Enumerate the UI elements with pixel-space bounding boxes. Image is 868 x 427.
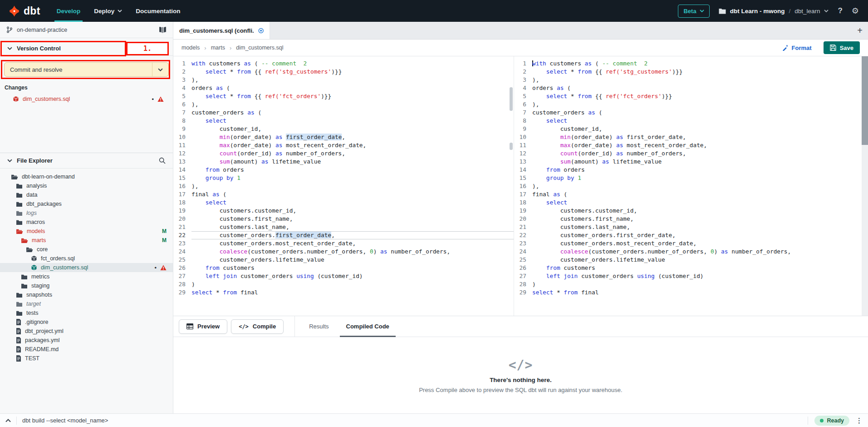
format-button[interactable]: Format xyxy=(780,44,814,52)
code-line-10[interactable]: 10 min(order_date) as first_order_date, xyxy=(514,133,862,141)
tree-item-analysis[interactable]: analysis xyxy=(0,181,173,190)
tree-item-core[interactable]: core xyxy=(0,245,173,254)
code-line-9[interactable]: 9 customer_id, xyxy=(514,125,862,133)
code-line-11[interactable]: 11 max(order_date) as most_recent_order_… xyxy=(173,141,514,149)
code-line-22[interactable]: 22 customer_orders.first_order_date, xyxy=(514,231,862,239)
code-line-7[interactable]: 7customer_orders as ( xyxy=(514,109,862,117)
code-line-28[interactable]: 28) xyxy=(514,280,862,288)
code-line-25[interactable]: 25 customer_orders.lifetime_value xyxy=(514,256,862,264)
new-tab-button[interactable]: + xyxy=(857,22,863,39)
tree-item-dbt_packages[interactable]: dbt_packages xyxy=(0,199,173,209)
editor-scrollbar[interactable] xyxy=(862,56,868,316)
nav-item-documentation[interactable]: Documentation xyxy=(136,0,180,22)
code-line-27[interactable]: 27 left join customer_orders using (cust… xyxy=(514,272,862,280)
code-line-15[interactable]: 15 group by 1 xyxy=(514,174,862,182)
command-input[interactable]: dbt build --select <model_name> xyxy=(22,417,108,424)
tab-compiled-code[interactable]: Compiled Code xyxy=(338,316,398,337)
tree-item-dbt-learn-on-demand[interactable]: dbt-learn-on-demand xyxy=(0,172,173,181)
version-control-header[interactable]: Version Control xyxy=(0,41,173,56)
tree-item-dbt_project.yml[interactable]: dbt_project.yml xyxy=(0,327,173,336)
commit-dropdown-toggle[interactable] xyxy=(152,63,168,76)
code-line-17[interactable]: 17final as ( xyxy=(514,190,862,199)
code-line-4[interactable]: 4orders as ( xyxy=(514,84,862,92)
code-line-29[interactable]: 29select * from final xyxy=(514,288,862,297)
dbt-logo[interactable]: dbt xyxy=(8,5,40,17)
tree-item-data[interactable]: data xyxy=(0,190,173,199)
code-line-11[interactable]: 11 max(order_date) as most_recent_order_… xyxy=(514,141,862,149)
tab-results[interactable]: Results xyxy=(300,316,337,337)
beta-dropdown[interactable]: Beta xyxy=(678,5,709,18)
code-line-18[interactable]: 18 select xyxy=(514,199,862,207)
search-icon[interactable] xyxy=(159,157,166,164)
code-line-19[interactable]: 19 customers.customer_id, xyxy=(173,207,514,215)
code-line-12[interactable]: 12 count(order_id) as number_of_orders, xyxy=(514,149,862,158)
code-line-28[interactable]: 28) xyxy=(173,280,514,288)
breadcrumb-item-models[interactable]: models xyxy=(181,45,200,51)
code-line-21[interactable]: 21 customers.last_name, xyxy=(173,223,514,231)
code-line-1[interactable]: 1with customers as ( -- comment 2 xyxy=(514,60,862,68)
code-pane-left[interactable]: 1with customers as ( -- comment 22 selec… xyxy=(173,56,514,316)
code-line-7[interactable]: 7customer_orders as ( xyxy=(173,109,514,117)
tree-item-tests[interactable]: tests xyxy=(0,308,173,318)
changed-file-row[interactable]: dim_customers.sql • xyxy=(4,94,169,104)
breadcrumb-item-dim_customers.sql[interactable]: dim_customers.sql xyxy=(236,45,283,51)
code-line-13[interactable]: 13 sum(amount) as lifetime_value xyxy=(514,158,862,166)
code-line-22[interactable]: 22 customer_orders.first_order_date, xyxy=(173,231,514,239)
code-line-1[interactable]: 1with customers as ( -- comment 2 xyxy=(173,60,514,68)
code-line-8[interactable]: 8 select xyxy=(173,117,514,125)
code-line-29[interactable]: 29select * from final xyxy=(173,288,514,297)
code-line-9[interactable]: 9 customer_id, xyxy=(173,125,514,133)
nav-item-deploy[interactable]: Deploy xyxy=(94,0,122,22)
code-line-14[interactable]: 14 from orders xyxy=(173,166,514,174)
commit-and-resolve-button[interactable]: Commit and resolve xyxy=(4,62,169,77)
code-line-8[interactable]: 8 select xyxy=(514,117,862,125)
code-line-16[interactable]: 16), xyxy=(173,182,514,190)
code-line-10[interactable]: 10 min(order_date) as first_order_date, xyxy=(173,133,514,141)
code-line-21[interactable]: 21 customers.last_name, xyxy=(514,223,862,231)
code-line-14[interactable]: 14 from orders xyxy=(514,166,862,174)
code-line-19[interactable]: 19 customers.customer_id, xyxy=(514,207,862,215)
code-line-20[interactable]: 20 customers.first_name, xyxy=(173,215,514,223)
tree-item-staging[interactable]: staging xyxy=(0,281,173,290)
tree-item-fct_orders.sql[interactable]: fct_orders.sql xyxy=(0,254,173,263)
tree-item-logs[interactable]: logs xyxy=(0,209,173,218)
code-line-26[interactable]: 26 from customers xyxy=(514,264,862,272)
code-line-6[interactable]: 6), xyxy=(514,100,862,109)
tree-item-target[interactable]: target xyxy=(0,299,173,308)
code-line-2[interactable]: 2 select * from {{ ref('stg_customers')}… xyxy=(514,68,862,76)
tree-item-macros[interactable]: macros xyxy=(0,218,173,227)
code-line-3[interactable]: 3), xyxy=(173,76,514,84)
help-icon[interactable]: ? xyxy=(838,6,842,15)
code-line-23[interactable]: 23 customer_orders.most_recent_order_dat… xyxy=(514,239,862,248)
preview-button[interactable]: Preview xyxy=(179,319,227,334)
tree-item-dim_customers.sql[interactable]: dim_customers.sql• xyxy=(0,263,173,272)
git-branch-row[interactable]: on-demand-practice xyxy=(0,22,173,38)
code-line-5[interactable]: 5 select * from {{ ref('fct_orders')}} xyxy=(173,92,514,100)
pane-scrollbar-thumb[interactable] xyxy=(510,87,513,111)
code-line-15[interactable]: 15 group by 1 xyxy=(173,174,514,182)
code-line-16[interactable]: 16), xyxy=(514,182,862,190)
file-explorer-header[interactable]: File Explorer xyxy=(0,153,173,169)
project-environment-switcher[interactable]: dbt Learn - mwong / dbt_learn xyxy=(719,8,829,15)
tree-item-TEST[interactable]: TEST xyxy=(0,354,173,363)
code-line-27[interactable]: 27 left join customer_orders using (cust… xyxy=(173,272,514,280)
tree-item-snapshots[interactable]: snapshots xyxy=(0,290,173,299)
code-line-24[interactable]: 24 coalesce(customer_orders.number_of_or… xyxy=(514,248,862,256)
nav-item-develop[interactable]: Develop xyxy=(57,0,81,22)
editor-scrollbar-thumb[interactable] xyxy=(862,56,868,145)
code-line-2[interactable]: 2 select * from {{ ref('stg_customers')}… xyxy=(173,68,514,76)
tree-item-models[interactable]: modelsM xyxy=(0,227,173,236)
tree-item-packages.yml[interactable]: packages.yml xyxy=(0,336,173,345)
code-pane-right[interactable]: 1with customers as ( -- comment 22 selec… xyxy=(514,56,862,316)
code-line-17[interactable]: 17final as ( xyxy=(173,190,514,199)
code-line-25[interactable]: 25 customer_orders.lifetime_value xyxy=(173,256,514,264)
compile-button[interactable]: </> Compile xyxy=(231,319,284,334)
gear-icon[interactable]: ⚙ xyxy=(852,7,859,15)
code-line-26[interactable]: 26 from customers xyxy=(173,264,514,272)
code-line-18[interactable]: 18 select xyxy=(173,199,514,207)
code-line-5[interactable]: 5 select * from {{ ref('fct_orders')}} xyxy=(514,92,862,100)
tree-item-marts[interactable]: martsM xyxy=(0,236,173,245)
code-line-24[interactable]: 24 coalesce(customer_orders.number_of_or… xyxy=(173,248,514,256)
code-line-3[interactable]: 3), xyxy=(514,76,862,84)
chevron-up-icon[interactable] xyxy=(5,419,11,422)
